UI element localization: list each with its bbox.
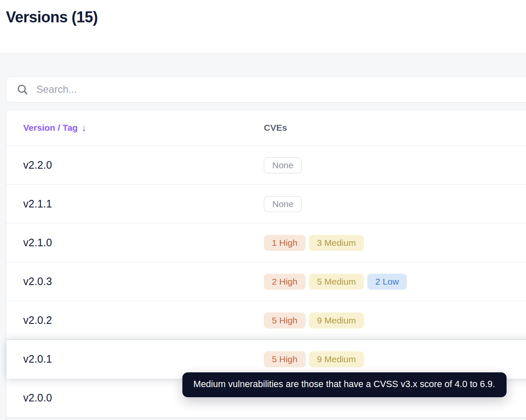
version-tag-column-label: Version / Tag xyxy=(23,123,78,133)
cves-column-label: CVEs xyxy=(264,123,287,132)
cves-cell: 1 High3 Medium xyxy=(264,235,526,251)
page-header: Versions (15) xyxy=(0,0,526,54)
cve-badge-medium[interactable]: 5 Medium xyxy=(309,274,364,290)
cves-cell: 5 High9 Medium xyxy=(264,351,526,367)
search-box[interactable] xyxy=(6,76,526,102)
medium-cve-tooltip: Medium vulnerabilities are those that ha… xyxy=(182,372,507,397)
table-row[interactable]: v2.1.1None xyxy=(6,185,526,223)
content-area: Version / Tag ↓ CVEs v2.2.0Nonev2.1.1Non… xyxy=(0,54,526,420)
cve-badge-high[interactable]: 5 High xyxy=(264,351,306,367)
cves-cell: None xyxy=(264,157,526,173)
cve-badge-none[interactable]: None xyxy=(264,196,302,212)
cves-cell: 2 High5 Medium2 Low xyxy=(264,274,526,290)
cve-badge-low[interactable]: 2 Low xyxy=(367,274,407,290)
version-tag-cell: v2.1.0 xyxy=(6,237,264,249)
table-row[interactable]: v2.2.0None xyxy=(6,146,526,185)
column-header-version-tag[interactable]: Version / Tag ↓ xyxy=(6,123,264,133)
table-row[interactable]: v2.1.01 High3 Medium xyxy=(6,223,526,262)
search-icon xyxy=(17,84,28,95)
table-row[interactable]: v2.0.32 High5 Medium2 Low xyxy=(6,262,526,301)
page-title: Versions (15) xyxy=(6,8,98,26)
column-header-cves: CVEs xyxy=(264,123,526,133)
table-row[interactable]: v2.0.25 High9 Medium xyxy=(6,301,526,340)
cve-badge-high[interactable]: 5 High xyxy=(264,312,306,328)
next-row-partial xyxy=(6,417,526,420)
cve-badge-none[interactable]: None xyxy=(264,157,302,173)
version-tag-cell: v2.0.3 xyxy=(6,275,264,288)
versions-page: Versions (15) Version / Tag ↓ xyxy=(0,0,526,420)
cve-badge-high[interactable]: 1 High xyxy=(264,235,306,251)
version-tag-cell: v2.0.1 xyxy=(6,353,264,365)
cve-badge-medium[interactable]: 3 Medium xyxy=(309,235,364,251)
version-tag-cell: v2.0.2 xyxy=(6,314,264,326)
version-tag-cell: v2.2.0 xyxy=(6,159,264,171)
table-header-row: Version / Tag ↓ CVEs xyxy=(6,110,526,146)
sort-descending-icon[interactable]: ↓ xyxy=(81,123,87,133)
cve-badge-medium[interactable]: 9 Medium xyxy=(309,312,364,328)
cves-cell: None xyxy=(264,196,526,212)
cves-cell: 5 High9 Medium xyxy=(264,312,526,328)
search-input[interactable] xyxy=(35,83,526,96)
cve-badge-medium[interactable]: 9 Medium xyxy=(309,351,364,367)
version-tag-cell: v2.1.1 xyxy=(6,198,264,210)
tooltip-text: Medium vulnerabilities are those that ha… xyxy=(193,379,495,389)
cve-badge-high[interactable]: 2 High xyxy=(264,274,306,290)
